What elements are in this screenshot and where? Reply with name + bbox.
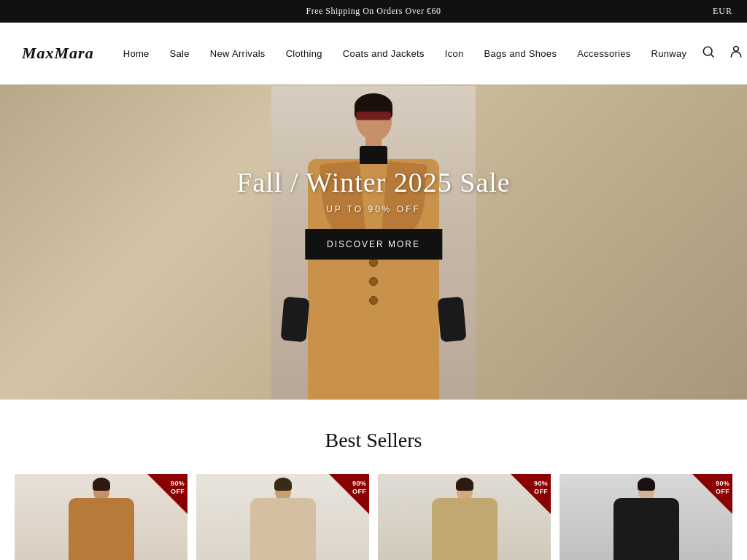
main-navigation: Home Sale New Arrivals Clothing Coats an… (123, 48, 687, 59)
nav-coats-jackets[interactable]: Coats and Jackets (343, 48, 425, 59)
nav-accessories[interactable]: Accessories (577, 48, 630, 59)
discount-badge-1: 90%OFF (147, 474, 187, 514)
svg-point-2 (734, 46, 739, 51)
hero-section: Fall / Winter 2025 Sale UP TO 90% OFF DI… (0, 85, 747, 400)
product-image-3: 90%OFF (378, 474, 551, 560)
svg-point-0 (704, 47, 713, 55)
hero-subtitle: UP TO 90% OFF (236, 204, 510, 214)
hero-content: Fall / Winter 2025 Sale UP TO 90% OFF DI… (236, 166, 510, 260)
discount-text-3: 90%OFF (534, 480, 548, 496)
product-image-4: 90%OFF (560, 474, 732, 560)
nav-icon[interactable]: Icon (445, 48, 464, 59)
product-image-2: 90%OFF (196, 474, 369, 560)
nav-bags-shoes[interactable]: Bags and Shoes (484, 48, 557, 59)
product-card-2[interactable]: 90%OFF (196, 474, 369, 560)
nav-clothing[interactable]: Clothing (286, 48, 322, 59)
best-sellers-title: Best Sellers (15, 429, 732, 452)
currency-selector[interactable]: EUR (713, 6, 732, 17)
products-grid: 90%OFF 90%OFF (15, 474, 732, 560)
announcement-text: Free Shipping On Orders Over €60 (306, 6, 441, 17)
nav-sale[interactable]: Sale (170, 48, 190, 59)
discount-badge-4: 90%OFF (692, 474, 732, 514)
hero-cta-button[interactable]: DISCOVER MORE (305, 229, 442, 260)
discount-badge-2: 90%OFF (329, 474, 369, 514)
svg-line-1 (711, 54, 714, 57)
header-icons (701, 44, 747, 63)
product-card-3[interactable]: 90%OFF (378, 474, 551, 560)
nav-home[interactable]: Home (123, 48, 150, 59)
account-icon[interactable] (729, 44, 743, 63)
best-sellers-section: Best Sellers 90%OFF (0, 400, 747, 560)
nav-runway[interactable]: Runway (651, 48, 687, 59)
discount-text-2: 90%OFF (352, 480, 366, 496)
search-icon[interactable] (701, 44, 716, 63)
discount-text-1: 90%OFF (171, 480, 185, 496)
site-header: MaxMara Home Sale New Arrivals Clothing … (0, 23, 747, 85)
discount-text-4: 90%OFF (716, 480, 729, 496)
product-card-4[interactable]: 90%OFF (560, 474, 732, 560)
product-image-1: 90%OFF (15, 474, 187, 560)
hero-title: Fall / Winter 2025 Sale (236, 166, 510, 198)
discount-badge-3: 90%OFF (511, 474, 551, 514)
site-logo[interactable]: MaxMara (22, 44, 94, 63)
nav-new-arrivals[interactable]: New Arrivals (210, 48, 266, 59)
announcement-bar: Free Shipping On Orders Over €60 EUR (0, 0, 747, 23)
product-card-1[interactable]: 90%OFF (15, 474, 187, 560)
